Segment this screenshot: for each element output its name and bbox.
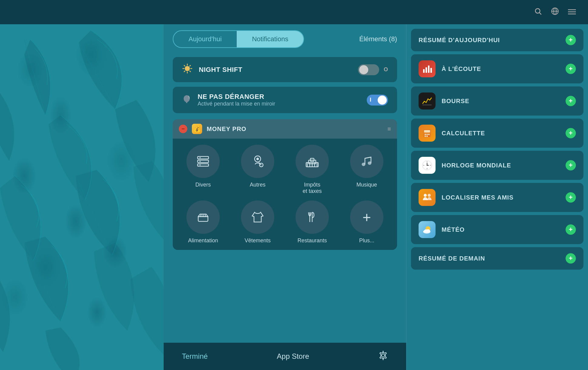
svg-point-0 [535, 8, 540, 13]
elements-count: Éléments (8) [359, 35, 397, 43]
right-item-icon-localiser [419, 189, 436, 206]
svg-line-16 [184, 71, 185, 72]
right-item-horloge[interactable]: HORLOGE MONDIALE + [411, 151, 583, 180]
appstore-button[interactable]: App Store [208, 352, 378, 361]
svg-point-24 [257, 158, 259, 160]
night-shift-row: NIGHT SHIFT O [173, 57, 397, 82]
widget-item-label-alimentation: Alimentation [188, 237, 218, 244]
svg-rect-46 [428, 66, 429, 73]
globe-icon[interactable] [551, 7, 559, 17]
tab-bar: Aujourd'hui Notifications Éléments (8) [164, 24, 406, 54]
svg-point-43 [382, 354, 385, 357]
widget-item-icon-plus: + [350, 200, 383, 234]
right-item-calculette[interactable]: CALCULETTE + [411, 119, 583, 148]
widget-item-autres[interactable]: Autres [233, 145, 282, 194]
menu-icon[interactable] [568, 8, 576, 17]
svg-rect-50 [424, 130, 430, 133]
svg-line-13 [184, 66, 185, 66]
dnd-toggle-label: I [370, 97, 371, 103]
widget-item-icon-divers [186, 145, 220, 178]
dnd-title: NE PAS DÉRANGER [198, 93, 361, 101]
right-item-label-meteo: MÉTÉO [442, 226, 560, 233]
right-item-add-bourse[interactable]: + [566, 96, 576, 106]
widget-item-label-plus: Plus... [359, 237, 374, 244]
right-item-add-resume-aujourd[interactable]: + [566, 35, 576, 45]
svg-rect-45 [426, 67, 427, 73]
right-item-icon-meteo [419, 221, 436, 238]
termine-button[interactable]: Terminé [182, 352, 208, 361]
right-item-label-resume-aujourd: RÉSUMÉ D'AUJOURD'HUI [419, 37, 560, 44]
bottom-bar: Terminé App Store [164, 343, 406, 370]
svg-point-53 [428, 134, 429, 135]
widget-item-divers[interactable]: Divers [179, 145, 227, 194]
widget-item-alimentation[interactable]: Alimentation [179, 200, 227, 244]
night-shift-toggle-container: O [358, 64, 388, 75]
right-item-label-calculette: CALCULETTE [442, 130, 560, 137]
svg-line-35 [365, 157, 371, 158]
money-pro-widget: − 💰 MONEY PRO ≡ [173, 119, 397, 250]
right-item-meteo[interactable]: MÉTÉO + [411, 215, 583, 244]
right-item-resume-demain[interactable]: RÉSUMÉ DE DEMAIN + [411, 247, 583, 270]
svg-point-66 [424, 194, 427, 197]
right-item-icon-horloge [419, 157, 436, 174]
widget-drag-handle[interactable]: ≡ [387, 126, 391, 133]
right-item-add-calculette[interactable]: + [566, 128, 576, 138]
right-item-add-localiser[interactable]: + [566, 192, 576, 203]
widget-item-impots[interactable]: Impôtset taxes [288, 145, 336, 194]
right-item-label-localiser: LOCALISER MES AMIS [442, 194, 560, 201]
widget-title: MONEY PRO [207, 126, 383, 133]
svg-rect-36 [198, 217, 208, 221]
sidebar [0, 24, 164, 370]
widget-item-label-vetements: Vêtements [245, 237, 271, 244]
widget-item-musique[interactable]: Musique [342, 145, 391, 194]
svg-point-8 [185, 66, 190, 71]
dnd-subtitle: Activé pendant la mise en miroir [198, 101, 361, 107]
tab-notifications[interactable]: Notifications [237, 31, 303, 47]
right-item-icon-bourse [419, 92, 436, 109]
settings-area: NIGHT SHIFT O NE PAS DÉRANGER Activ [164, 54, 406, 116]
svg-point-69 [423, 230, 430, 234]
right-item-add-alecoute[interactable]: + [566, 64, 576, 74]
tab-today[interactable]: Aujourd'hui [173, 31, 237, 47]
right-item-add-horloge[interactable]: + [566, 160, 576, 170]
search-icon[interactable] [534, 7, 542, 17]
svg-line-14 [190, 71, 191, 72]
svg-rect-44 [423, 69, 425, 73]
widget-item-icon-restaurants [296, 200, 329, 234]
dnd-label: NE PAS DÉRANGER Activé pendant la mise e… [198, 93, 361, 107]
gear-icon[interactable] [378, 351, 388, 362]
svg-point-65 [427, 165, 428, 166]
svg-point-51 [425, 134, 426, 135]
widget-item-vetements[interactable]: Vêtements [233, 200, 282, 244]
svg-rect-19 [198, 164, 209, 166]
right-item-label-alecoute: À L'ÉCOUTE [442, 66, 560, 72]
right-item-bourse[interactable]: BOURSE + [411, 86, 583, 116]
right-item-alecoute[interactable]: À L'ÉCOUTE + [411, 54, 583, 83]
right-item-resume-aujourd[interactable]: RÉSUMÉ D'AUJOURD'HUI + [411, 29, 583, 51]
widget-item-plus[interactable]: + Plus... [342, 200, 391, 244]
widget-item-label-musique: Musique [356, 182, 377, 188]
widget-item-icon-alimentation [186, 200, 220, 234]
do-not-disturb-row: NE PAS DÉRANGER Activé pendant la mise e… [173, 87, 397, 113]
svg-point-56 [428, 136, 429, 137]
right-item-icon-calculette [419, 125, 436, 142]
tab-segment: Aujourd'hui Notifications [173, 30, 304, 48]
widget-item-icon-musique [350, 145, 383, 178]
night-shift-toggle-label: O [384, 66, 388, 73]
widget-header: − 💰 MONEY PRO ≡ [173, 119, 397, 139]
right-item-icon-alecoute [419, 60, 436, 77]
right-item-add-meteo[interactable]: + [566, 224, 576, 235]
widget-close-button[interactable]: − [179, 125, 187, 133]
svg-point-52 [426, 134, 428, 135]
svg-rect-18 [198, 160, 209, 163]
widget-item-restaurants[interactable]: Restaurants [288, 200, 336, 244]
night-shift-toggle[interactable] [358, 64, 379, 75]
right-item-label-horloge: HORLOGE MONDIALE [442, 162, 560, 169]
widget-item-label-restaurants: Restaurants [297, 237, 327, 244]
right-item-add-resume-demain[interactable]: + [566, 253, 576, 264]
top-bar [0, 0, 588, 24]
widget-item-icon-vetements [241, 200, 274, 234]
right-item-localiser[interactable]: LOCALISER MES AMIS + [411, 183, 583, 212]
svg-point-55 [426, 136, 428, 137]
svg-line-15 [190, 66, 191, 66]
